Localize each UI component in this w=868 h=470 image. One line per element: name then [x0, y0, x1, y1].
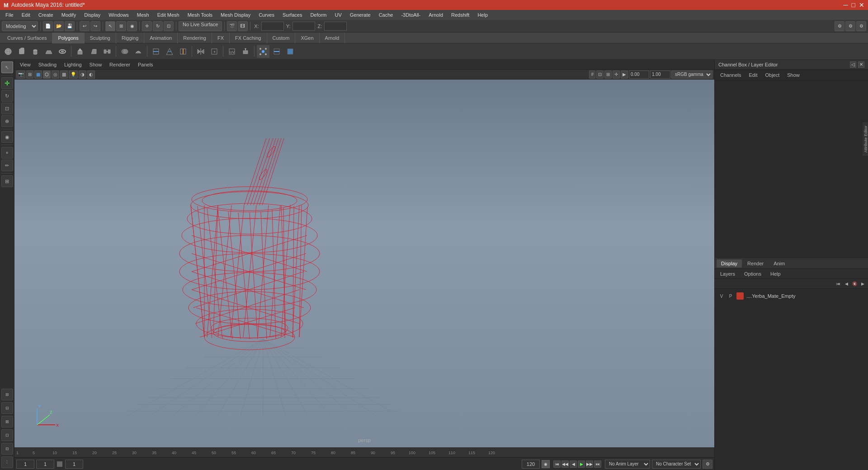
- maximize-btn[interactable]: □: [852, 1, 855, 9]
- tab-rendering[interactable]: Rendering: [178, 33, 212, 43]
- menu-generate[interactable]: Generate: [346, 11, 374, 19]
- append-polygon-btn[interactable]: +: [208, 45, 221, 58]
- step-back-btn[interactable]: ◀◀: [561, 461, 569, 468]
- viewport-3d[interactable]: Y X Z persp: [14, 80, 714, 447]
- menu-display[interactable]: Display: [80, 11, 104, 19]
- uv-editor-btn[interactable]: UV: [226, 45, 238, 58]
- settings-btn2[interactable]: ⚙: [845, 21, 855, 31]
- tab-polygons[interactable]: Polygons: [52, 33, 84, 43]
- edit-tab[interactable]: Edit: [745, 71, 761, 79]
- channel-box-tool4[interactable]: ⊡: [1, 429, 13, 441]
- x-input[interactable]: [261, 22, 284, 31]
- lasso-btn[interactable]: ⊞: [116, 21, 126, 31]
- plane-icon-btn[interactable]: [42, 45, 55, 58]
- vp-textured-btn[interactable]: ▩: [60, 70, 68, 79]
- channel-box-tool2[interactable]: ⊟: [1, 402, 13, 414]
- end-frame-display[interactable]: [65, 460, 83, 469]
- gamma-select[interactable]: sRGB gamma: [671, 70, 712, 79]
- tab-curves-surfaces[interactable]: Curves / Surfaces: [2, 33, 52, 43]
- menu-help[interactable]: Help: [474, 11, 491, 19]
- menu-windows[interactable]: Windows: [105, 11, 132, 19]
- render-btn[interactable]: 🎬: [227, 21, 237, 31]
- exposure-input[interactable]: 0.00: [629, 70, 649, 79]
- vp-playblast-btn[interactable]: ▶: [621, 70, 628, 79]
- layer-prev-btn[interactable]: ◀: [843, 280, 850, 287]
- vp-shade-btn[interactable]: ▦: [34, 70, 42, 79]
- auto-key-btn[interactable]: ◉: [542, 460, 550, 468]
- show-tab[interactable]: Show: [783, 71, 803, 79]
- vertex-mode-btn[interactable]: [257, 45, 269, 58]
- help-subtab[interactable]: Help: [767, 270, 784, 277]
- tab-sculpting[interactable]: Sculpting: [85, 33, 116, 43]
- vp-wireframe-btn[interactable]: ⬡: [43, 70, 51, 79]
- current-frame-input[interactable]: [36, 460, 54, 469]
- settings-btn3[interactable]: ⚙: [856, 21, 866, 31]
- vp-camera-btn[interactable]: 📷: [16, 70, 25, 79]
- scale-tool[interactable]: ⊡: [1, 103, 13, 114]
- tab-custom[interactable]: Custom: [267, 33, 296, 43]
- layer-mute-btn[interactable]: 🔇: [851, 280, 858, 287]
- menu-file[interactable]: File: [2, 11, 17, 19]
- channel-box-tool6[interactable]: ⋮: [1, 456, 13, 468]
- mirror-btn[interactable]: [194, 45, 207, 58]
- layer-row[interactable]: V P ....Yerba_Mate_Empty: [717, 291, 866, 301]
- paint-btn[interactable]: ◉: [127, 21, 137, 31]
- tab-fx-caching[interactable]: FX Caching: [230, 33, 267, 43]
- start-frame-input[interactable]: [16, 460, 34, 469]
- tab-animation[interactable]: Animation: [144, 33, 178, 43]
- face-mode-btn[interactable]: [284, 45, 297, 58]
- display-tab[interactable]: Display: [717, 259, 742, 268]
- vp-ao-btn[interactable]: ◐: [87, 70, 95, 79]
- menu-mesh-display[interactable]: Mesh Display: [217, 11, 254, 19]
- panels-menu[interactable]: Panels: [134, 61, 157, 68]
- vp-shadows-btn[interactable]: ◑: [79, 70, 86, 79]
- move-tool[interactable]: ✛: [1, 77, 13, 89]
- select-tool[interactable]: ↖: [1, 61, 13, 73]
- attribute-editor-tab[interactable]: Attribute Editor: [863, 122, 868, 156]
- multi-cut-btn[interactable]: [163, 45, 176, 58]
- vp-fit-btn[interactable]: ⊞: [26, 70, 33, 79]
- redo-btn[interactable]: ↪: [90, 21, 100, 31]
- menu-deform[interactable]: Deform: [307, 11, 330, 19]
- object-tab[interactable]: Object: [761, 71, 783, 79]
- menu-modify[interactable]: Modify: [58, 11, 80, 19]
- tab-rigging[interactable]: Rigging: [116, 33, 144, 43]
- rotate-tool[interactable]: ↻: [1, 90, 13, 102]
- undo-btn[interactable]: ↩: [80, 21, 90, 31]
- channel-box-tool1[interactable]: ⊞: [1, 389, 13, 400]
- view-menu[interactable]: View: [16, 61, 34, 68]
- menu-mesh-tools[interactable]: Mesh Tools: [184, 11, 216, 19]
- play-back-btn[interactable]: ◀: [570, 461, 577, 468]
- bridge-btn[interactable]: [101, 45, 113, 58]
- loop-cut-btn[interactable]: [150, 45, 162, 58]
- window-controls[interactable]: ─ □ ✕: [844, 1, 864, 9]
- panel-close-btn[interactable]: ✕: [858, 61, 864, 68]
- smooth-btn[interactable]: [132, 45, 145, 58]
- vp-grid-btn[interactable]: #: [589, 70, 595, 79]
- char-set-select[interactable]: No Character Set: [652, 460, 701, 469]
- planar-map-btn[interactable]: [239, 45, 252, 58]
- layer-next-btn[interactable]: ▶: [859, 280, 866, 287]
- tab-xgen[interactable]: XGen: [295, 33, 319, 43]
- anim-tab[interactable]: Anim: [769, 259, 789, 268]
- playback-settings-btn[interactable]: ⚙: [703, 460, 712, 469]
- layers-subtab[interactable]: Layers: [717, 270, 739, 277]
- render-seq-btn[interactable]: 🎞: [238, 21, 248, 31]
- menu-edit[interactable]: Edit: [18, 11, 34, 19]
- range-end-input[interactable]: [522, 460, 540, 469]
- menu-create[interactable]: Create: [35, 11, 57, 19]
- renderer-menu[interactable]: Renderer: [106, 61, 134, 68]
- move-btn[interactable]: ✛: [142, 21, 152, 31]
- soft-select[interactable]: ◉: [1, 131, 13, 143]
- menu-uv[interactable]: UV: [331, 11, 345, 19]
- bevel-btn[interactable]: [87, 45, 100, 58]
- channels-tab[interactable]: Channels: [717, 71, 745, 79]
- step-forward-btn[interactable]: ▶▶: [586, 461, 593, 468]
- lasso-tool[interactable]: ⚬: [1, 147, 13, 159]
- scale-btn[interactable]: ⊡: [164, 21, 174, 31]
- vp-lights-btn[interactable]: 💡: [69, 70, 78, 79]
- show-manip[interactable]: ⊞: [1, 175, 13, 187]
- vp-hud-btn[interactable]: ⊡: [596, 70, 604, 79]
- select-btn[interactable]: ↖: [105, 21, 115, 31]
- timeline-ruler[interactable]: 1 5 10 15 20 25 30 35 40 45 50 55 60 65 …: [14, 447, 714, 457]
